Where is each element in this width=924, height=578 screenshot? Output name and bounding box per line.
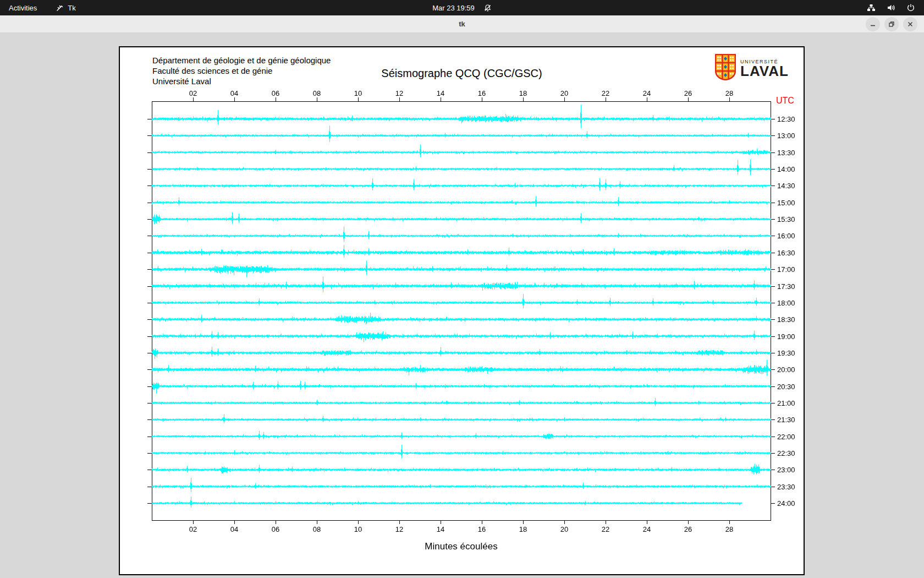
tk-window-body: Département de géologie et de génie géol… bbox=[0, 34, 924, 578]
utc-time-label: 17:30 bbox=[777, 282, 802, 291]
activities-label: Activities bbox=[9, 4, 37, 12]
utc-time-label: 20:00 bbox=[777, 366, 802, 374]
x-tick-label-bottom: 26 bbox=[680, 525, 696, 533]
utc-time-label: 18:00 bbox=[777, 299, 802, 307]
x-tick-label-top: 16 bbox=[474, 89, 490, 97]
utc-time-label: 23:30 bbox=[777, 483, 802, 491]
utc-time-label: 14:00 bbox=[777, 165, 802, 173]
utc-time-label: 14:30 bbox=[777, 182, 802, 190]
tk-feather-icon bbox=[56, 4, 64, 12]
x-tick-label-top: 22 bbox=[597, 89, 614, 97]
utc-time-label: 12:30 bbox=[777, 115, 802, 123]
utc-time-label: 19:30 bbox=[777, 349, 802, 357]
x-tick-label-bottom: 20 bbox=[556, 525, 573, 533]
x-tick-label-bottom: 18 bbox=[515, 525, 531, 533]
x-tick-label-top: 04 bbox=[226, 89, 243, 97]
maximize-button[interactable] bbox=[884, 17, 899, 31]
gnome-top-bar: Activities Tk Mar 23 19:59 bbox=[0, 0, 924, 15]
x-tick-label-top: 14 bbox=[432, 89, 449, 97]
app-menu-tk[interactable]: Tk bbox=[56, 0, 75, 15]
x-tick-label-bottom: 28 bbox=[721, 525, 738, 533]
volume-icon[interactable] bbox=[887, 0, 895, 15]
x-tick-label-bottom: 24 bbox=[639, 525, 655, 533]
utc-time-label: 16:30 bbox=[777, 249, 802, 257]
clock-label: Mar 23 19:59 bbox=[432, 4, 475, 12]
utc-time-label: 20:30 bbox=[777, 383, 802, 391]
utc-time-label: 16:00 bbox=[777, 232, 802, 240]
x-tick-label-top: 20 bbox=[556, 89, 573, 97]
clock-area[interactable]: Mar 23 19:59 bbox=[432, 4, 492, 12]
utc-time-label: 22:00 bbox=[777, 433, 802, 441]
x-tick-label-bottom: 10 bbox=[350, 525, 366, 533]
activities-button[interactable]: Activities bbox=[9, 0, 37, 15]
x-tick-label-top: 18 bbox=[515, 89, 531, 97]
utc-time-label: 21:30 bbox=[777, 416, 802, 424]
utc-time-label: 17:00 bbox=[777, 265, 802, 274]
utc-label: UTC bbox=[776, 96, 794, 106]
x-tick-label-top: 02 bbox=[185, 89, 201, 97]
x-tick-label-top: 28 bbox=[721, 89, 738, 97]
x-axis-title: Minutes écoulées bbox=[152, 541, 771, 552]
window-title: tk bbox=[0, 15, 924, 33]
x-tick-label-bottom: 16 bbox=[474, 525, 490, 533]
x-tick-label-bottom: 22 bbox=[597, 525, 614, 533]
seismograph-canvas-frame: Département de géologie et de génie géol… bbox=[119, 46, 805, 575]
app-menu-label: Tk bbox=[68, 4, 75, 12]
close-button[interactable] bbox=[903, 17, 917, 31]
x-tick-label-bottom: 12 bbox=[391, 525, 408, 533]
utc-time-label: 19:00 bbox=[777, 332, 802, 341]
x-tick-label-top: 06 bbox=[267, 89, 284, 97]
utc-time-label: 13:30 bbox=[777, 149, 802, 157]
x-tick-label-top: 08 bbox=[309, 89, 325, 97]
x-tick-label-top: 10 bbox=[350, 89, 366, 97]
utc-time-label: 23:00 bbox=[777, 466, 802, 474]
utc-time-label: 21:00 bbox=[777, 399, 802, 407]
x-tick-label-bottom: 04 bbox=[226, 525, 243, 533]
x-tick-label-bottom: 02 bbox=[185, 525, 201, 533]
utc-time-label: 18:30 bbox=[777, 315, 802, 324]
utc-time-label: 15:00 bbox=[777, 199, 802, 207]
x-tick-label-bottom: 14 bbox=[432, 525, 449, 533]
power-icon[interactable] bbox=[906, 0, 915, 15]
x-tick-label-bottom: 06 bbox=[267, 525, 284, 533]
utc-time-label: 13:00 bbox=[777, 132, 802, 140]
window-title-bar[interactable]: tk bbox=[0, 15, 924, 33]
utc-time-label: 15:30 bbox=[777, 215, 802, 223]
minimize-button[interactable] bbox=[866, 17, 880, 31]
x-tick-label-bottom: 08 bbox=[309, 525, 325, 533]
utc-time-label: 22:30 bbox=[777, 449, 802, 457]
x-tick-label-top: 26 bbox=[680, 89, 696, 97]
utc-time-label: 24:00 bbox=[777, 499, 802, 508]
notifications-muted-icon bbox=[483, 4, 492, 12]
network-wired-icon[interactable] bbox=[867, 0, 876, 15]
seismogram-plot bbox=[120, 47, 804, 574]
x-tick-label-top: 24 bbox=[639, 89, 655, 97]
x-tick-label-top: 12 bbox=[391, 89, 408, 97]
